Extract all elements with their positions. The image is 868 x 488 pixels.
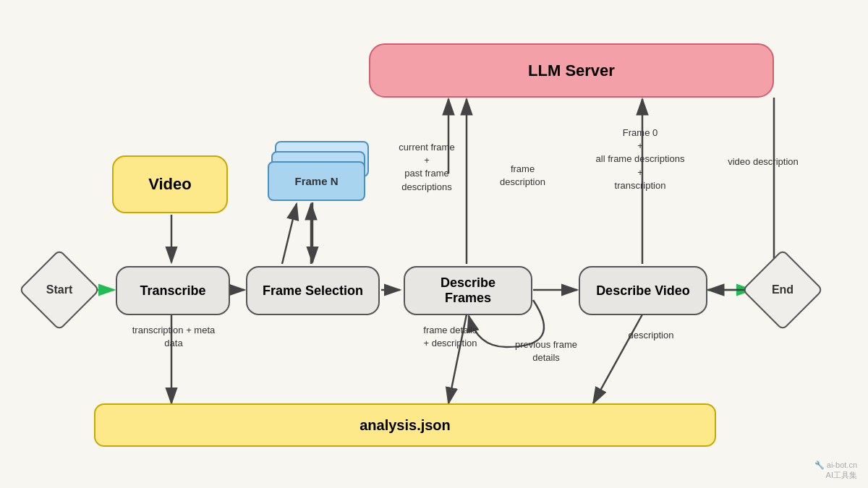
- annotation-current-frame: current frame+past framedescriptions: [387, 141, 467, 194]
- frame-n-label: Frame N: [294, 175, 338, 187]
- start-label: Start: [46, 283, 72, 296]
- annotation-transcription-meta: transcription + meta data: [127, 324, 221, 350]
- frame-selection-node: Frame Selection: [246, 266, 380, 315]
- end-node: End: [754, 261, 812, 319]
- watermark: 🔧 ai-bot.cnAI工具集: [814, 461, 857, 481]
- transcribe-label: Transcribe: [140, 283, 205, 299]
- llm-server-node: LLM Server: [369, 43, 774, 98]
- frame-selection-label: Frame Selection: [263, 283, 363, 299]
- annotation-description: description: [618, 329, 684, 342]
- annotation-frame-description: framedescription: [492, 163, 553, 189]
- analysis-json-label: analysis.json: [359, 417, 451, 434]
- transcribe-node: Transcribe: [116, 266, 230, 315]
- video-label: Video: [148, 175, 192, 194]
- annotation-video-description: video description: [723, 155, 803, 168]
- describe-video-label: Describe Video: [596, 283, 690, 299]
- analysis-json-node: analysis.json: [94, 403, 716, 447]
- describe-frames-label: Describe Frames: [420, 275, 516, 306]
- start-node: Start: [30, 261, 88, 319]
- describe-frames-node: Describe Frames: [404, 266, 532, 315]
- annotation-frame0-all: Frame 0+all frame descriptions+transcrip…: [593, 127, 687, 192]
- end-label: End: [772, 283, 793, 296]
- video-node: Video: [112, 155, 228, 213]
- annotation-frame-details: frame details+ description: [409, 324, 492, 350]
- diagram-container: LLM Server Start Transcribe Frame Select…: [0, 0, 868, 488]
- describe-video-node: Describe Video: [579, 266, 707, 315]
- annotation-previous-frame: previous framedetails: [506, 338, 586, 364]
- llm-server-label: LLM Server: [528, 61, 615, 80]
